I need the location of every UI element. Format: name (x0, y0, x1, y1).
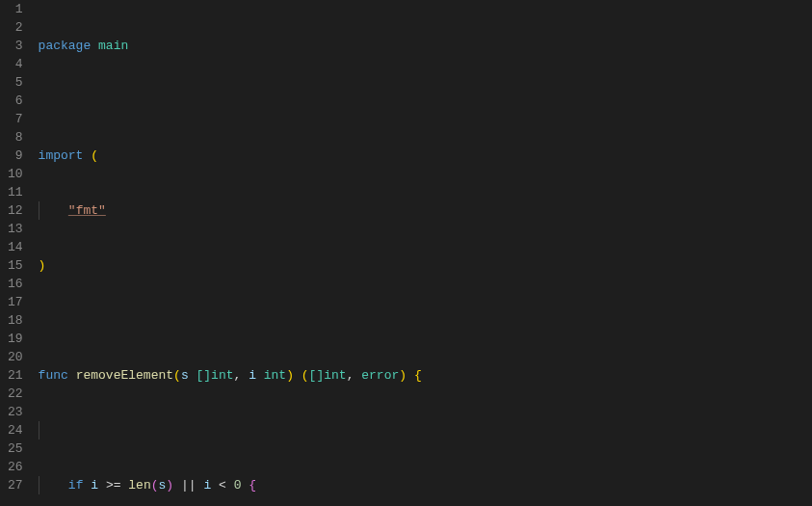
code-area[interactable]: package main import ( "fmt" ) func remov… (37, 0, 812, 506)
code-line[interactable]: func removeElement(s []int, i int) ([]in… (37, 366, 812, 385)
line-number: 9 (8, 146, 23, 165)
line-number: 21 (8, 366, 23, 385)
line-number: 10 (8, 165, 23, 183)
line-number: 19 (8, 330, 23, 348)
line-number: 7 (8, 110, 23, 128)
line-number: 4 (8, 55, 23, 73)
line-number: 20 (8, 348, 23, 366)
line-number: 3 (8, 37, 23, 55)
line-number: 11 (8, 183, 23, 201)
code-line[interactable]: import ( (37, 146, 812, 165)
code-line[interactable] (37, 311, 812, 330)
code-line[interactable]: "fmt" (37, 201, 812, 220)
line-number: 17 (8, 293, 23, 311)
line-number: 2 (8, 18, 23, 37)
code-editor[interactable]: 1 2 3 4 5 6 7 8 9 10 11 12 13 14 15 16 1… (0, 0, 812, 506)
line-number: 8 (8, 128, 23, 146)
line-number-gutter: 1 2 3 4 5 6 7 8 9 10 11 12 13 14 15 16 1… (0, 0, 37, 506)
line-number: 16 (8, 275, 23, 293)
line-number: 18 (8, 311, 23, 330)
line-number: 25 (8, 439, 23, 458)
code-line[interactable]: package main (37, 37, 812, 55)
line-number: 6 (8, 92, 23, 110)
line-number: 15 (8, 256, 23, 275)
line-number: 26 (8, 458, 23, 476)
code-line[interactable]: ) (37, 256, 812, 275)
line-number: 22 (8, 385, 23, 403)
line-number: 1 (8, 0, 23, 18)
line-number: 27 (8, 476, 23, 494)
line-number: 14 (8, 238, 23, 256)
code-line[interactable]: if i >= len(s) || i < 0 { (37, 476, 812, 494)
line-number: 13 (8, 220, 23, 238)
line-number: 5 (8, 73, 23, 92)
line-number: 23 (8, 403, 23, 421)
line-number: 12 (8, 201, 23, 220)
code-line[interactable] (37, 421, 812, 439)
line-number: 24 (8, 421, 23, 439)
code-line[interactable] (37, 92, 812, 110)
